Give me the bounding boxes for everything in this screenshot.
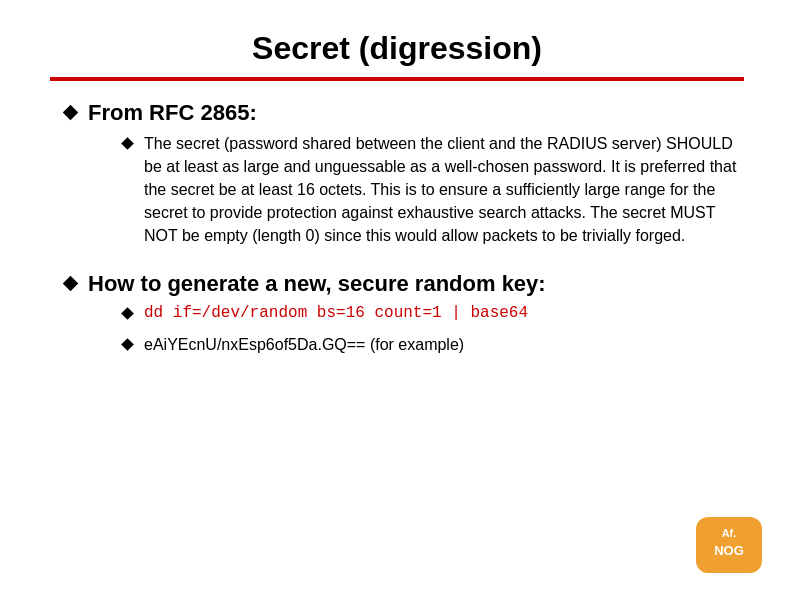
bullet-2: How to generate a new, secure random key…	[60, 270, 744, 365]
bullet-1-label: From RFC 2865:	[88, 99, 744, 128]
content: From RFC 2865: The secret (password shar…	[50, 99, 744, 365]
logo-badge: Af. NOG	[694, 515, 764, 575]
diamond-icon-2-2	[121, 338, 134, 351]
bullet-2-sub1-marker	[116, 302, 138, 318]
bullet-2-marker	[60, 273, 80, 293]
bullet-1: From RFC 2865: The secret (password shar…	[60, 99, 744, 256]
afnog-logo: Af. NOG	[694, 515, 764, 575]
diamond-icon-2-1	[121, 307, 134, 320]
bullet-2-label: How to generate a new, secure random key…	[88, 270, 546, 299]
diamond-icon-2	[62, 275, 78, 291]
red-divider	[50, 77, 744, 81]
svg-text:NOG: NOG	[714, 543, 744, 558]
bullet-2-sub2: eAiYEcnU/nxEsp6of5Da.GQ== (for example)	[116, 333, 546, 356]
bullet-2-sub2-text: eAiYEcnU/nxEsp6of5Da.GQ== (for example)	[144, 333, 464, 356]
slide: Secret (digression) From RFC 2865: The s…	[0, 0, 794, 595]
bullet-1-subs: The secret (password shared between the …	[88, 132, 744, 248]
bullet-2-sub2-marker	[116, 333, 138, 349]
bullet-1-sub1-marker	[116, 132, 138, 148]
title-area: Secret (digression)	[50, 30, 744, 67]
bullet-1-marker	[60, 102, 80, 122]
bullet-1-content: From RFC 2865: The secret (password shar…	[88, 99, 744, 256]
bullet-2-subs: dd if=/dev/random bs=16 count=1 | base64…	[88, 302, 546, 356]
diamond-icon-1-1	[121, 137, 134, 150]
bullet-2-content: How to generate a new, secure random key…	[88, 270, 546, 365]
svg-text:Af.: Af.	[722, 527, 737, 539]
diamond-icon-1	[62, 105, 78, 121]
bullet-2-sub1-text: dd if=/dev/random bs=16 count=1 | base64	[144, 302, 528, 325]
bullet-2-sub1: dd if=/dev/random bs=16 count=1 | base64	[116, 302, 546, 325]
slide-title: Secret (digression)	[50, 30, 744, 67]
bullet-1-sub1-text: The secret (password shared between the …	[144, 132, 744, 248]
bullet-1-sub1: The secret (password shared between the …	[116, 132, 744, 248]
